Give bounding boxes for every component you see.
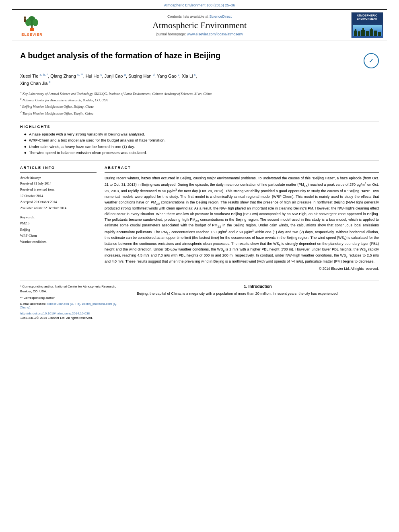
- article-info-divider: [20, 172, 97, 173]
- affil-a: a Key Laboratory of Aerosol Science and …: [20, 90, 379, 97]
- svg-rect-11: [361, 30, 365, 36]
- article-title-section: A budget analysis of the formation of ha…: [20, 51, 379, 68]
- svg-rect-13: [366, 31, 369, 36]
- keyword-3: WRF-Chem: [20, 233, 97, 239]
- journal-header: ELSEVIER Contents lists available at Sci…: [12, 9, 387, 41]
- introduction-section: 1. Introduction Beijing, the capital of …: [137, 284, 379, 297]
- page: Atmospheric Environment 100 (2015) 25–36: [0, 0, 399, 532]
- divider-1: [20, 121, 379, 121]
- received-date: Received 31 July 2014: [20, 181, 51, 185]
- keyword-2: Beijing: [20, 227, 97, 233]
- svg-rect-0: [30, 28, 34, 31]
- badge-city-image: [353, 25, 381, 36]
- journal-header-center: Contents lists available at ScienceDirec…: [52, 10, 347, 41]
- elsevier-text: ELSEVIER: [21, 33, 43, 37]
- svg-point-3: [25, 19, 31, 26]
- abstract-column: ABSTRACT During recent winters, hazes of…: [105, 166, 379, 271]
- copyright-line: © 2014 Elsevier Ltd. All rights reserved…: [105, 267, 379, 271]
- footer-section: * Corresponding author. National Center …: [0, 281, 399, 323]
- accepted-date: Accepted 20 October 2014: [20, 200, 57, 204]
- history-label: Article history:: [20, 176, 97, 180]
- keywords-label: Keywords:: [20, 215, 97, 219]
- sciencedirect-link[interactable]: ScienceDirect: [210, 14, 232, 18]
- svg-point-4: [33, 19, 38, 26]
- svg-rect-6: [24, 19, 26, 22]
- crossmark-badge[interactable]: ✓: [364, 53, 379, 68]
- star-note: * Corresponding author. National Center …: [20, 284, 125, 294]
- intro-heading: 1. Introduction: [137, 284, 379, 289]
- authors-list: Xuexi Tie a, b, *, Qiang Zhang c, **, Hu…: [20, 72, 379, 87]
- citation-text: Atmospheric Environment 100 (2015) 25–36: [164, 3, 235, 7]
- affil-c: c Beijing Weather Modification Office, B…: [20, 103, 379, 109]
- author-8: Xing Chan Jia c: [20, 81, 51, 86]
- author-1: Xuexi Tie a, b, *: [20, 74, 48, 78]
- keyword-4: Weather conditions: [20, 239, 97, 245]
- author-6: Yang Gao c: [157, 74, 179, 78]
- divider-2: [20, 160, 379, 161]
- available-date: Available online 22 October 2014: [20, 206, 66, 210]
- affil-d: d Tianjin Weather Modification Office, T…: [20, 110, 379, 116]
- crossmark-icon: ✓: [369, 58, 374, 64]
- svg-rect-10: [358, 31, 360, 36]
- atm-env-badge: ATMOSPHERIC ENVIRONMENT: [351, 12, 383, 38]
- svg-rect-15: [371, 28, 372, 30]
- journal-homepage: journal homepage: www.elsevier.com/locat…: [156, 32, 243, 36]
- badge-text: ATMOSPHERIC ENVIRONMENT: [357, 14, 378, 21]
- revised-date: 17 October 2014: [20, 194, 43, 198]
- two-col-layout: ARTICLE INFO Article history: Received 3…: [20, 166, 379, 271]
- highlight-item-1: A haze episode with a very strong variab…: [24, 131, 379, 137]
- journal-title: Atmospheric Environment: [152, 20, 247, 31]
- contents-line: Contents lists available at ScienceDirec…: [167, 14, 232, 18]
- highlight-item-3: Under calm winds, a heavy haze can be fo…: [24, 144, 379, 150]
- double-star-note: ** Corresponding author.: [20, 296, 125, 300]
- author-4: Junji Cao a: [105, 74, 126, 78]
- revised-label: Received in revised form: [20, 187, 55, 191]
- highlights-section: HIGHLIGHTS A haze episode with a very st…: [20, 125, 379, 156]
- author-3: Hui He c: [86, 74, 102, 78]
- abstract-label: ABSTRACT: [105, 166, 379, 170]
- footer-right: 1. Introduction Beijing, the capital of …: [137, 284, 379, 320]
- affiliations: a Key Laboratory of Aerosol Science and …: [20, 90, 379, 117]
- journal-badge-section: ATMOSPHERIC ENVIRONMENT: [347, 10, 387, 41]
- keywords-section: Keywords: PM2.5 Beijing WRF-Chem Weather…: [20, 215, 97, 245]
- elsevier-logo: ELSEVIER: [21, 14, 43, 37]
- highlight-item-2: WRF-Chem and a box model are used for th…: [24, 137, 379, 143]
- author-5: Suqing Han d: [128, 74, 154, 78]
- highlights-list: A haze episode with a very strong variab…: [20, 131, 379, 156]
- journal-url-link[interactable]: www.elsevier.com/locate/atmosenv: [187, 32, 243, 36]
- email-line: E-mail addresses: xxtie@ucar.edu (X. Tie…: [20, 302, 125, 309]
- abstract-text: During recent winters, hazes often occur…: [105, 176, 379, 265]
- main-content: A budget analysis of the formation of ha…: [0, 41, 399, 275]
- svg-rect-12: [362, 28, 364, 31]
- svg-rect-17: [378, 32, 381, 36]
- doi-link: http://dx.doi.org/10.1016/j.atmosenv.201…: [20, 312, 125, 315]
- elsevier-tree-icon: [21, 14, 43, 32]
- article-title: A budget analysis of the formation of ha…: [20, 51, 364, 60]
- svg-rect-8: [354, 31, 357, 36]
- issn-line: 1352-2310/© 2014 Elsevier Ltd. All right…: [20, 316, 125, 320]
- article-info-label: ARTICLE INFO: [20, 166, 97, 170]
- highlights-label: HIGHLIGHTS: [20, 125, 379, 129]
- doi-anchor[interactable]: http://dx.doi.org/10.1016/j.atmosenv.201…: [20, 312, 90, 315]
- info-dates: Received 31 July 2014 Received in revise…: [20, 181, 97, 211]
- abstract-divider: [105, 172, 379, 173]
- svg-rect-9: [355, 29, 356, 31]
- footer-left: * Corresponding author. National Center …: [20, 284, 125, 320]
- svg-rect-16: [374, 31, 377, 36]
- affil-b: b National Center for Atmospheric Resear…: [20, 97, 379, 103]
- highlight-item-4: The wind speed to balance emission-clean…: [24, 150, 379, 156]
- elsevier-logo-section: ELSEVIER: [12, 10, 52, 41]
- author-2: Qiang Zhang c, **: [50, 74, 83, 78]
- article-info-column: ARTICLE INFO Article history: Received 3…: [20, 166, 97, 271]
- intro-text: Beijing, the capital of China, is a mega…: [137, 291, 379, 297]
- keyword-1: PM2.5: [20, 220, 97, 226]
- svg-rect-14: [370, 29, 373, 36]
- svg-point-5: [24, 16, 26, 19]
- email-label: E-mail addresses:: [20, 302, 46, 306]
- top-citation: Atmospheric Environment 100 (2015) 25–36: [0, 0, 399, 9]
- author-7: Xia Li c: [182, 74, 196, 78]
